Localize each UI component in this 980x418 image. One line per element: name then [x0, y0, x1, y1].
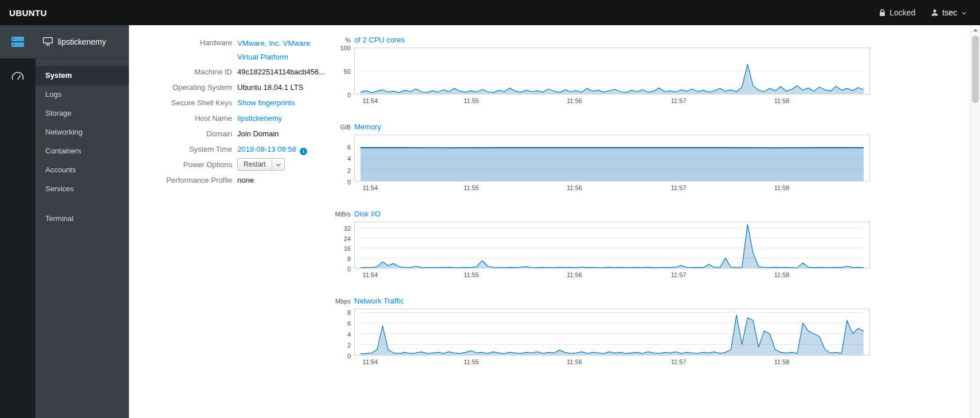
- user-menu[interactable]: tsec: [931, 8, 965, 17]
- y-tick-label: 8: [347, 256, 351, 262]
- server-stack-icon: [10, 35, 25, 49]
- x-tick-label: 11:58: [774, 358, 790, 366]
- hostname-link[interactable]: lipstickenemy: [237, 114, 282, 123]
- vertical-scrollbar[interactable]: [970, 25, 980, 418]
- y-tick-label: 4: [347, 156, 351, 162]
- topbar-right: Locked tsec: [879, 8, 980, 17]
- domain-label: Domain: [129, 127, 232, 141]
- scrollbar-thumb[interactable]: [972, 36, 979, 103]
- memory-x-axis: 11:5411:5511:5611:5711:58: [354, 184, 871, 193]
- sidebar-item-networking[interactable]: Networking: [36, 123, 129, 141]
- network-unit-label: Mbps: [332, 298, 354, 305]
- sidebar: lipstickenemy System Logs Storage Networ…: [36, 25, 129, 418]
- chevron-down-icon: [962, 10, 966, 14]
- y-tick-label: 16: [344, 246, 351, 252]
- system-time-label: System Time: [129, 142, 232, 157]
- sidebar-item-storage[interactable]: Storage: [36, 104, 129, 123]
- host-selector[interactable]: lipstickenemy: [36, 25, 129, 58]
- network-chart-title-link[interactable]: Network Traffic: [354, 297, 403, 305]
- info-row-hardware: Hardware VMware, Inc. VMware Virtual Pla…: [129, 36, 332, 64]
- power-options-split-button: Restart: [237, 158, 285, 171]
- x-tick-label: 11:55: [464, 358, 479, 366]
- info-row-ssh-keys: Secure Shell Keys Show fingerprints: [129, 96, 332, 111]
- y-tick-label: 0: [347, 353, 351, 360]
- y-tick-label: 0: [347, 179, 351, 186]
- user-icon: [931, 9, 938, 16]
- disk-io-unit-label: MiB/s: [332, 211, 354, 218]
- system-time-link[interactable]: 2018-08-13 09:58: [237, 145, 296, 153]
- os-value: Ubuntu 18.04.1 LTS: [232, 80, 303, 95]
- cpu-chart: % of 2 CPU cores 050100 11:5411:5511:561…: [332, 36, 871, 106]
- monitor-icon: [43, 37, 53, 46]
- y-tick-label: 6: [347, 144, 351, 150]
- network-traffic-chart: Mbps Network Traffic 02468 11:5411:5511:…: [332, 297, 871, 367]
- x-tick-label: 11:57: [671, 97, 687, 105]
- y-tick-label: 6: [347, 320, 351, 326]
- cpu-plot: [354, 48, 870, 94]
- chevron-down-icon: [276, 161, 281, 166]
- brand: UBUNTU: [0, 8, 47, 18]
- network-plot: [354, 309, 870, 356]
- x-tick-label: 11:54: [363, 271, 378, 279]
- x-tick-label: 11:56: [567, 358, 582, 366]
- x-tick-label: 11:57: [671, 184, 687, 192]
- lock-icon: [879, 9, 885, 17]
- restart-button[interactable]: Restart: [237, 158, 272, 171]
- x-tick-label: 11:54: [363, 184, 378, 192]
- dashboard-nav-button[interactable]: [0, 58, 36, 92]
- sidebar-item-system[interactable]: System: [36, 66, 129, 85]
- main-content: Hardware VMware, Inc. VMware Virtual Pla…: [129, 25, 980, 418]
- x-tick-label: 11:54: [363, 97, 378, 105]
- y-tick-label: 4: [347, 331, 351, 337]
- x-tick-label: 11:56: [567, 184, 582, 192]
- show-fingerprints-link[interactable]: Show fingerprints: [237, 98, 295, 107]
- y-tick-label: 2: [347, 167, 351, 173]
- cpu-y-axis: 050100: [332, 48, 354, 96]
- sidebar-item-terminal[interactable]: Terminal: [36, 209, 129, 228]
- sidebar-item-services[interactable]: Services: [36, 179, 129, 198]
- info-icon-glyph: i: [303, 149, 304, 154]
- machines-nav-button[interactable]: [0, 25, 36, 58]
- join-domain-link[interactable]: Join Domain: [232, 127, 279, 141]
- x-tick-label: 11:58: [774, 184, 790, 192]
- y-tick-label: 50: [344, 69, 351, 75]
- hardware-link[interactable]: VMware, Inc. VMware Virtual Platform: [237, 37, 319, 64]
- x-tick-label: 11:56: [567, 97, 582, 105]
- info-row-system-time: System Time 2018-08-13 09:58i: [129, 142, 332, 157]
- user-label: tsec: [942, 8, 957, 17]
- info-row-os: Operating System Ubuntu 18.04.1 LTS: [129, 80, 332, 95]
- disk-io-plot: [354, 222, 870, 269]
- locked-indicator[interactable]: Locked: [879, 8, 915, 17]
- sidebar-nav: System Logs Storage Networking Container…: [36, 58, 129, 228]
- power-options-dropdown-button[interactable]: [272, 158, 285, 171]
- sidebar-item-accounts[interactable]: Accounts: [36, 160, 129, 179]
- y-tick-label: 0: [347, 92, 351, 98]
- disk-io-x-axis: 11:5411:5511:5611:5711:58: [354, 271, 871, 280]
- x-tick-label: 11:57: [671, 358, 687, 366]
- y-tick-label: 8: [347, 309, 351, 316]
- x-tick-label: 11:54: [363, 358, 378, 366]
- memory-y-axis: 0246: [332, 135, 354, 183]
- sidebar-item-logs[interactable]: Logs: [36, 85, 129, 104]
- sidebar-item-containers[interactable]: Containers: [36, 141, 129, 160]
- charts-panel: % of 2 CPU cores 050100 11:5411:5511:561…: [332, 36, 871, 418]
- x-tick-label: 11:57: [671, 271, 687, 279]
- memory-unit-label: GiB: [332, 124, 354, 131]
- x-tick-label: 11:58: [774, 97, 790, 105]
- machine-id-label: Machine ID: [129, 65, 232, 80]
- info-icon[interactable]: i: [300, 148, 307, 155]
- info-row-performance-profile: Performance Profile none: [129, 173, 332, 188]
- memory-chart-title-link[interactable]: Memory: [354, 123, 381, 131]
- system-info-panel: Hardware VMware, Inc. VMware Virtual Pla…: [129, 36, 332, 418]
- y-tick-label: 100: [340, 45, 351, 52]
- scroll-up-arrow-icon[interactable]: [971, 25, 980, 34]
- y-tick-label: 32: [344, 225, 351, 231]
- machine-id-value: 49c1822514114bacb456...: [232, 65, 325, 80]
- hardware-label: Hardware: [129, 36, 232, 64]
- x-tick-label: 11:55: [464, 97, 479, 105]
- network-x-axis: 11:5411:5511:5611:5711:58: [354, 358, 871, 367]
- cpu-chart-title-link[interactable]: of 2 CPU cores: [354, 36, 405, 44]
- locked-label: Locked: [889, 8, 915, 17]
- y-tick-label: 2: [347, 342, 351, 348]
- disk-io-chart-title-link[interactable]: Disk I/O: [354, 210, 381, 218]
